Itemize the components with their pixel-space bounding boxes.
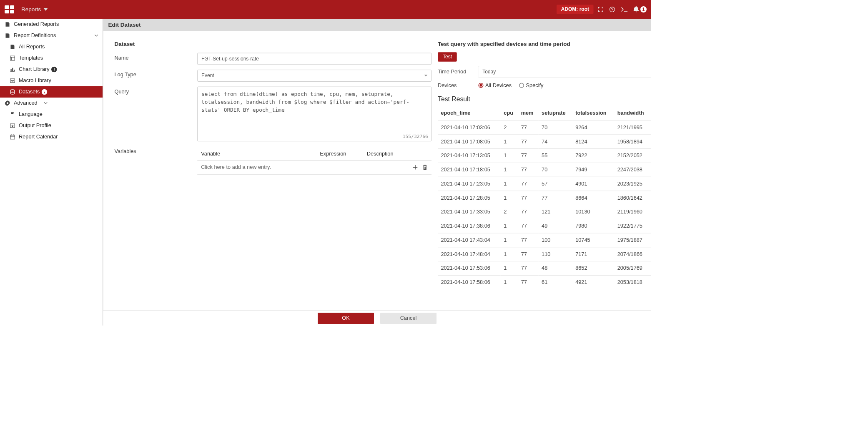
footer: OK Cancel xyxy=(103,311,651,326)
gear-icon xyxy=(5,100,11,106)
notifications[interactable]: 1 xyxy=(634,6,647,13)
table-cell: 2021-04-10 17:28:05 xyxy=(438,191,501,205)
template-icon xyxy=(10,55,16,61)
table-row[interactable]: 2021-04-10 17:58:061776149212053/1818 xyxy=(438,275,651,289)
cli-icon[interactable] xyxy=(621,7,628,13)
reports-menu[interactable]: Reports xyxy=(21,6,48,13)
devices-label: Devices xyxy=(438,82,479,88)
sidebar-item-label: Report Definitions xyxy=(14,33,56,39)
table-row[interactable]: 2021-04-10 17:53:061774886522005/1769 xyxy=(438,261,651,276)
report-icon xyxy=(5,21,11,28)
output-icon xyxy=(10,123,16,129)
sidebar-item-report-definitions[interactable]: Report Definitions xyxy=(0,30,103,41)
sidebar-item-label: Report Calendar xyxy=(19,134,58,140)
table-cell: 2021-04-10 17:53:06 xyxy=(438,261,501,276)
table-cell: 77 xyxy=(518,233,538,247)
table-cell: 1975/1887 xyxy=(614,233,651,247)
sidebar-item-label: All Reports xyxy=(19,44,45,50)
table-cell: 7171 xyxy=(572,247,615,261)
table-row[interactable]: 2021-04-10 17:03:062777092642121/1995 xyxy=(438,120,651,135)
add-variable-button[interactable] xyxy=(412,164,419,171)
result-column-header: cpu xyxy=(501,107,518,120)
table-cell: 70 xyxy=(539,163,572,177)
sidebar-item-all-reports[interactable]: All Reports xyxy=(0,41,103,53)
table-cell: 8124 xyxy=(572,135,615,149)
sidebar-item-advanced[interactable]: Advanced xyxy=(0,98,103,109)
logo-icon xyxy=(5,5,15,14)
variables-table: Variable Expression Description Click he… xyxy=(197,148,431,175)
table-cell: 48 xyxy=(539,261,572,276)
table-row[interactable]: 2021-04-10 17:48:0417711071712074/1866 xyxy=(438,247,651,261)
table-cell: 1 xyxy=(501,275,518,289)
sidebar-item-chart-library[interactable]: Chart Library i xyxy=(0,64,103,75)
help-icon[interactable] xyxy=(609,6,615,13)
table-cell: 2021-04-10 17:23:05 xyxy=(438,177,501,191)
table-row[interactable]: 2021-04-10 17:38:061774979801922/1775 xyxy=(438,219,651,233)
table-cell: 10130 xyxy=(572,205,615,219)
name-input[interactable] xyxy=(197,53,431,65)
result-column-header: epoch_time xyxy=(438,107,501,120)
table-cell: 2021-04-10 17:18:05 xyxy=(438,163,501,177)
table-cell: 1 xyxy=(501,191,518,205)
table-cell: 2 xyxy=(501,120,518,135)
table-cell: 2121/1995 xyxy=(614,120,651,135)
svg-rect-5 xyxy=(10,79,15,83)
sidebar-item-output-profile[interactable]: Output Profile xyxy=(0,120,103,131)
radio-all-label: All Devices xyxy=(485,82,512,88)
table-row[interactable]: 2021-04-10 17:23:051775749012023/1925 xyxy=(438,177,651,191)
table-cell: 2074/1866 xyxy=(614,247,651,261)
dropdown-icon xyxy=(424,75,428,77)
dataset-icon xyxy=(10,89,16,95)
table-row[interactable]: 2021-04-10 17:33:05277121101302119/1960 xyxy=(438,205,651,219)
table-row[interactable]: 2021-04-10 17:43:04177100107451975/1887 xyxy=(438,233,651,247)
radio-specify[interactable]: Specify xyxy=(519,82,543,88)
query-textarea[interactable]: select from_dtime(dtime) as epoch_time, … xyxy=(197,87,431,141)
table-row[interactable]: 2021-04-10 17:18:051777079492247/2038 xyxy=(438,163,651,177)
table-row[interactable]: 2021-04-10 17:08:051777481241958/1894 xyxy=(438,135,651,149)
result-column-header: totalsession xyxy=(572,107,615,120)
table-cell: 2119/1960 xyxy=(614,205,651,219)
var-placeholder[interactable]: Click here to add a new entry. xyxy=(201,164,271,171)
page-title: Edit Dataset xyxy=(103,19,651,31)
time-period-select[interactable]: Today xyxy=(479,66,651,78)
table-cell: 77 xyxy=(518,261,538,276)
time-period-value: Today xyxy=(482,69,496,75)
test-result-title: Test Result xyxy=(438,95,651,103)
sidebar-item-templates[interactable]: Templates xyxy=(0,53,103,64)
delete-variable-button[interactable] xyxy=(422,164,428,171)
table-cell: 1958/1894 xyxy=(614,135,651,149)
sidebar-item-language[interactable]: Language xyxy=(0,109,103,120)
query-label: Query xyxy=(115,87,198,95)
logtype-select[interactable]: Event xyxy=(197,70,431,82)
adom-badge[interactable]: ADOM: root xyxy=(557,5,593,14)
test-button[interactable]: Test xyxy=(438,52,457,62)
chevron-down-icon xyxy=(95,35,98,37)
sidebar-item-label: Datasets xyxy=(19,89,40,95)
cancel-button[interactable]: Cancel xyxy=(380,313,437,324)
table-cell: 1 xyxy=(501,261,518,276)
table-row[interactable]: 2021-04-10 17:13:051775579222152/2052 xyxy=(438,149,651,163)
radio-all-devices[interactable]: All Devices xyxy=(479,82,512,88)
sidebar-item-macro-library[interactable]: Macro Library xyxy=(0,75,103,86)
query-text: select from_dtime(dtime) as epoch_time, … xyxy=(201,91,409,113)
table-cell: 77 xyxy=(518,205,538,219)
sidebar-item-label: Output Profile xyxy=(19,123,51,129)
table-cell: 74 xyxy=(539,135,572,149)
table-cell: 8664 xyxy=(572,191,615,205)
chevron-down-icon xyxy=(44,102,48,105)
notification-count: 1 xyxy=(640,6,647,13)
table-cell: 7980 xyxy=(572,219,615,233)
ok-button[interactable]: OK xyxy=(318,313,374,324)
table-cell: 7922 xyxy=(572,149,615,163)
table-cell: 2021-04-10 17:13:05 xyxy=(438,149,501,163)
fullscreen-icon[interactable] xyxy=(598,7,604,13)
table-cell: 2005/1769 xyxy=(614,261,651,276)
table-row[interactable]: 2021-04-10 17:28:051777786641860/1642 xyxy=(438,191,651,205)
table-cell: 77 xyxy=(518,191,538,205)
sidebar-item-report-calendar[interactable]: Report Calendar xyxy=(0,131,103,143)
sidebar-item-generated-reports[interactable]: Generated Reports xyxy=(0,19,103,30)
info-icon: i xyxy=(51,67,57,73)
table-cell: 2021-04-10 17:43:04 xyxy=(438,233,501,247)
time-period-label: Time Period xyxy=(438,69,479,75)
sidebar-item-datasets[interactable]: Datasets i xyxy=(0,86,103,98)
